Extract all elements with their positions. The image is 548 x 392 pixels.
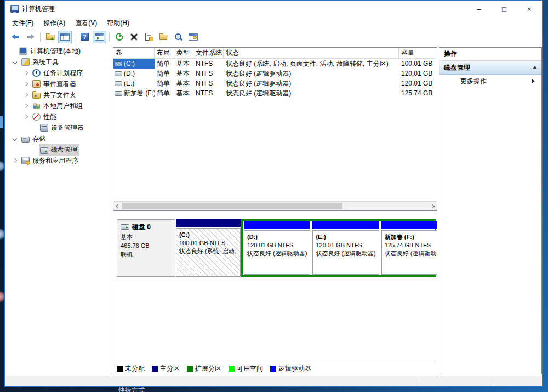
chevron-down-icon[interactable] (13, 60, 17, 64)
column-header-type[interactable]: 类型 (174, 48, 193, 59)
column-header-capacity[interactable]: 容量 (399, 48, 435, 59)
tree-item-event-viewer[interactable]: 事件查看器 (6, 78, 111, 89)
legend-swatch (187, 366, 193, 372)
legend-swatch (152, 366, 158, 372)
logical-drive-bar (381, 221, 437, 229)
device-manager-icon (40, 124, 48, 132)
chevron-right-icon[interactable] (24, 104, 28, 108)
horizontal-scrollbar[interactable] (113, 201, 437, 210)
chevron-down-icon[interactable] (13, 137, 17, 141)
close-button[interactable]: × (517, 1, 542, 17)
computer-management-app-icon (10, 5, 19, 13)
menu-file[interactable]: 文件(F) (7, 18, 38, 29)
partition-c[interactable]: (C:) 100.01 GB NTFS 状态良好 (系统, 启动, 页面文件, … (176, 219, 241, 277)
tree-item-performance[interactable]: 性能 (6, 111, 111, 122)
back-button[interactable] (9, 31, 22, 43)
column-header-layout[interactable]: 布局 (155, 48, 174, 59)
console-tree-pane: 计算机管理(本地) 系统工具 任务计划程序 事件查看器 共享文件 (6, 46, 111, 374)
legend-swatch (117, 366, 123, 372)
maximize-button[interactable]: □ (492, 1, 517, 17)
tree-item-task-scheduler[interactable]: 任务计划程序 (6, 67, 111, 78)
disk-graphical-pane: 磁盘 0 基本 465.76 GB 联机 (C:) 100.01 GB NTFS… (113, 212, 437, 374)
volume-row-d[interactable]: (D:) 简单 基本 NTFS 状态良好 (逻辑驱动器) 120.01 GB (113, 69, 437, 78)
volume-row-e[interactable]: (E:) 简单 基本 NTFS 状态良好 (逻辑驱动器) 120.01 GB (113, 78, 437, 88)
refresh-icon (116, 33, 123, 41)
refresh-button[interactable] (112, 31, 126, 43)
legend-swatch (270, 366, 276, 372)
computer-icon (19, 47, 27, 55)
show-action-pane-button[interactable] (93, 31, 106, 43)
disk-status: 联机 (121, 250, 172, 259)
disk-0-info-box[interactable]: 磁盘 0 基本 465.76 GB 联机 (117, 219, 175, 277)
volume-row-c[interactable]: (C:) 简单 基本 NTFS 状态良好 (系统, 启动, 页面文件, 活动, … (113, 59, 437, 69)
tree-item-storage[interactable]: 存储 (6, 133, 111, 144)
menu-bar: 文件(F) 操作(A) 查看(V) 帮助(H) (5, 17, 542, 30)
delete-button[interactable] (127, 31, 141, 43)
partition-e[interactable]: (E:) 120.01 GB NTFS 状态良好 (逻辑驱动器) (312, 221, 379, 275)
scroll-right-button[interactable] (429, 202, 437, 210)
chevron-right-icon[interactable] (24, 115, 28, 119)
volume-icon (115, 91, 122, 96)
legend-swatch (229, 366, 235, 372)
column-header-filesystem[interactable]: 文件系统 (193, 48, 224, 59)
disk-management-icon (40, 147, 48, 154)
status-bar (6, 376, 541, 386)
disk-size: 465.76 GB (121, 241, 172, 250)
computer-management-window: 计算机管理 – □ × 文件(F) 操作(A) 查看(V) 帮助(H) (4, 0, 543, 387)
title-bar[interactable]: 计算机管理 – □ × (5, 1, 542, 17)
properties-icon (145, 33, 152, 41)
help-button[interactable] (78, 31, 92, 43)
minimize-button[interactable]: – (466, 1, 492, 17)
chevron-right-icon[interactable] (24, 71, 28, 75)
menu-view[interactable]: 查看(V) (70, 18, 102, 29)
volume-icon (115, 71, 122, 76)
disk-type: 基本 (121, 232, 172, 241)
disk-0-row: 磁盘 0 基本 465.76 GB 联机 (C:) 100.01 GB NTFS… (113, 219, 437, 277)
toolbar (5, 30, 542, 44)
action-pane-icon (95, 33, 104, 41)
help-icon (81, 33, 89, 41)
column-header-volume[interactable]: 卷 (113, 48, 155, 59)
export-list-button[interactable] (43, 31, 57, 43)
tree-item-services-applications[interactable]: 服务和应用程序 (6, 155, 111, 166)
tree-item-system-tools[interactable]: 系统工具 (6, 56, 111, 67)
actions-pane: 操作 磁盘管理 更多操作 (439, 47, 542, 374)
column-header-status[interactable]: 状态 (224, 48, 399, 59)
console-tree-icon (60, 33, 70, 41)
desktop-icon-fragment (0, 116, 3, 128)
primary-partition-bar (176, 219, 241, 227)
system-tools-icon (21, 58, 30, 66)
scrollbar-thumb[interactable] (122, 203, 342, 209)
tree-item-shared-folders[interactable]: 共享文件夹 (6, 89, 111, 100)
partition-f[interactable]: 新加卷 (F:) 125.74 GB NTFS 状态良好 (逻辑驱动器) (381, 221, 437, 275)
open-folder-icon (159, 33, 168, 40)
back-arrow-icon (12, 34, 20, 40)
volume-icon (115, 81, 122, 86)
tree-item-local-users-groups[interactable]: 本地用户和组 (6, 100, 111, 111)
services-icon (21, 157, 30, 164)
actions-section-disk-management[interactable]: 磁盘管理 (439, 61, 541, 75)
chevron-right-icon[interactable] (24, 82, 28, 86)
menu-action[interactable]: 操作(A) (38, 18, 70, 29)
more-actions-item[interactable]: 更多操作 (439, 75, 541, 88)
actions-pane-title: 操作 (439, 48, 541, 61)
disk-icon (121, 224, 129, 230)
users-icon (32, 102, 41, 110)
open-button[interactable] (157, 31, 170, 43)
show-console-tree-button[interactable] (58, 31, 72, 43)
collapse-arrow-icon[interactable] (533, 64, 537, 69)
search-button[interactable] (172, 31, 185, 43)
console-options-button[interactable] (186, 31, 200, 43)
volume-row-f[interactable]: 新加卷 (F:) 简单 基本 NTFS 状态良好 (逻辑驱动器) 125.74 … (113, 88, 437, 98)
tree-item-device-manager[interactable]: 设备管理器 (6, 122, 111, 133)
scroll-left-button[interactable] (113, 202, 122, 210)
partition-d[interactable]: (D:) 120.01 GB NTFS 状态良好 (逻辑驱动器) (244, 221, 310, 275)
chevron-right-icon[interactable] (13, 158, 17, 163)
properties-button[interactable] (142, 31, 156, 43)
forward-button[interactable] (24, 31, 37, 43)
tree-item-disk-management[interactable]: 磁盘管理 (6, 144, 111, 155)
menu-help[interactable]: 帮助(H) (102, 18, 134, 29)
chevron-right-icon[interactable] (24, 93, 28, 97)
tree-item-computer-management[interactable]: 计算机管理(本地) (6, 46, 111, 56)
partition-legend: 未分配 主分区 扩展分区 可用空间 逻辑驱动器 (113, 363, 437, 374)
